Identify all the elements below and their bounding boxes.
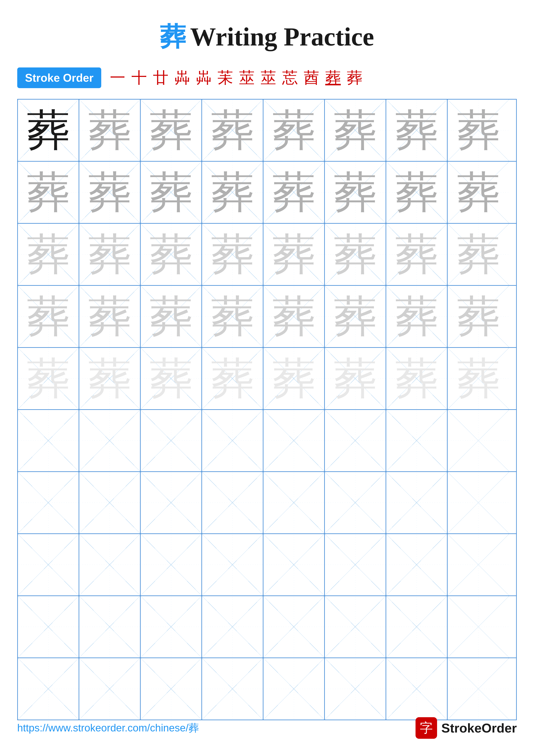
grid-cell [141,658,202,719]
grid-cell [79,472,141,533]
grid-row: 葬 葬 葬 葬 葬 葬 葬 葬 [18,286,516,348]
grid-cell: 葬 [447,348,509,409]
grid-row: 葬 葬 葬 葬 葬 葬 葬 葬 [18,99,516,162]
grid-cell: 葬 [447,162,509,223]
grid-cell: 葬 [325,286,386,347]
grid-cell: 葬 [386,99,447,161]
grid-cell: 葬 [79,224,141,285]
grid-cell [141,472,202,533]
grid-cell: 葬 [447,286,509,347]
grid-cell: 葬 [79,286,141,347]
grid-row: 葬 葬 葬 葬 葬 葬 葬 葬 [18,162,516,224]
title-text: Writing Practice [190,22,374,51]
grid-cell: 葬 [264,224,325,285]
grid-cell [141,596,202,658]
grid-cell [202,658,264,719]
grid-cell: 葬 [264,348,325,409]
grid-cell: 葬 [447,224,509,285]
grid-cell [386,534,447,595]
grid-cell [79,596,141,658]
footer-logo-text: StrokeOrder [441,721,517,736]
grid-cell [386,658,447,719]
footer-url[interactable]: https://www.strokeorder.com/chinese/葬 [17,721,199,735]
grid-cell [447,410,509,471]
grid-cell: 葬 [18,162,79,223]
grid-cell: 葬 [202,348,264,409]
grid-cell: 葬 [386,162,447,223]
grid-cell: 葬 [141,286,202,347]
grid-cell [18,410,79,471]
grid-cell [264,596,325,658]
grid-cell [18,596,79,658]
grid-cell [325,410,386,471]
grid-cell: 葬 [79,99,141,161]
grid-cell [386,596,447,658]
grid-cell: 葬 [202,162,264,223]
grid-cell: 葬 [141,348,202,409]
grid-cell [325,658,386,719]
grid-cell: 葬 [79,348,141,409]
stroke-order-chars: 一 十 廿 芔 芔 苿 莁 莁 莣 莤 葬 葬 [110,68,362,88]
grid-cell: 葬 [202,99,264,161]
grid-cell [325,596,386,658]
grid-cell: 葬 [141,224,202,285]
grid-cell: 葬 [264,286,325,347]
grid-cell: 葬 [18,224,79,285]
grid-cell [202,534,264,595]
grid-cell [18,472,79,533]
grid-cell: 葬 [18,348,79,409]
grid-cell [264,410,325,471]
title-char: 葬 [160,22,186,51]
grid-cell: 葬 [386,286,447,347]
grid-cell: 葬 [141,99,202,161]
grid-cell [141,534,202,595]
footer-logo: 字 StrokeOrder [416,717,517,739]
grid-cell: 葬 [325,224,386,285]
grid-cell [264,472,325,533]
grid-cell [79,410,141,471]
grid-cell [79,658,141,719]
grid-cell: 葬 [202,286,264,347]
grid-cell [202,472,264,533]
grid-cell: 葬 [447,99,509,161]
grid-cell [264,658,325,719]
stroke-order-badge: Stroke Order [17,68,101,88]
page-title: 葬Writing Practice [0,0,534,68]
grid-cell: 葬 [264,162,325,223]
grid-cell: 葬 [202,224,264,285]
grid-cell [386,472,447,533]
stroke-order-row: Stroke Order 一 十 廿 芔 芔 苿 莁 莁 莣 莤 葬 葬 [17,68,517,88]
grid-row-empty [18,472,516,534]
strokeorder-logo-icon: 字 [416,717,437,739]
grid-cell [447,596,509,658]
grid-cell [202,596,264,658]
practice-grid: 葬 葬 葬 葬 葬 葬 葬 葬 葬 葬 葬 葬 葬 葬 葬 葬 葬 葬 葬 葬 … [17,99,517,720]
grid-row: 葬 葬 葬 葬 葬 葬 葬 葬 [18,348,516,410]
grid-cell: 葬 [325,99,386,161]
grid-cell: 葬 [386,348,447,409]
grid-cell [325,534,386,595]
grid-row-empty [18,534,516,596]
grid-cell [18,658,79,719]
grid-cell: 葬 [386,224,447,285]
grid-cell [447,472,509,533]
grid-row-empty [18,410,516,472]
grid-cell [202,410,264,471]
grid-cell [141,410,202,471]
grid-cell: 葬 [325,162,386,223]
grid-cell [264,534,325,595]
footer: https://www.strokeorder.com/chinese/葬 字 … [0,717,534,739]
grid-cell: 葬 [18,99,79,161]
grid-row-empty [18,596,516,658]
grid-cell: 葬 [264,99,325,161]
grid-cell [325,472,386,533]
grid-row: 葬 葬 葬 葬 葬 葬 葬 葬 [18,224,516,286]
grid-cell [18,534,79,595]
grid-cell: 葬 [325,348,386,409]
grid-cell [79,534,141,595]
grid-cell [447,658,509,719]
grid-cell [447,534,509,595]
grid-cell: 葬 [141,162,202,223]
grid-cell: 葬 [79,162,141,223]
grid-row-empty [18,658,516,719]
